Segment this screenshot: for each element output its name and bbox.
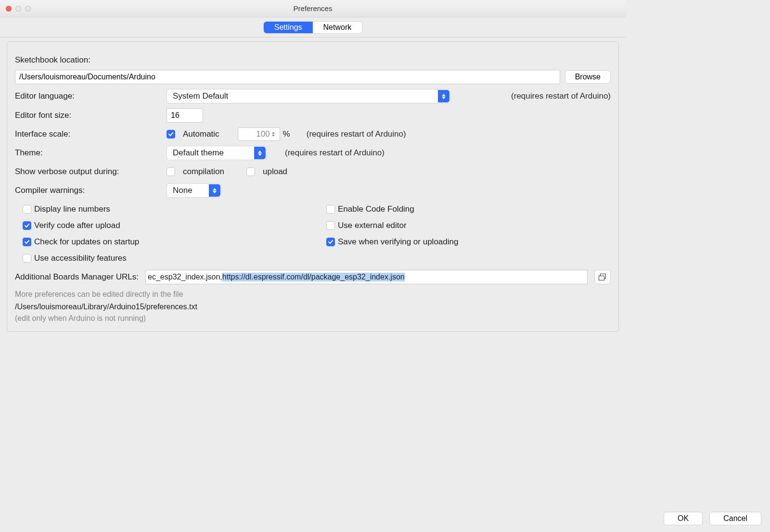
tab-row: Settings Network <box>0 17 626 38</box>
automatic-checkbox[interactable] <box>167 130 175 139</box>
scale-value: 100 <box>256 129 270 139</box>
compilation-checkbox[interactable] <box>167 167 175 176</box>
display-line-numbers-checkbox[interactable] <box>23 205 31 214</box>
scale-hint: (requires restart of Arduino) <box>307 129 406 139</box>
zoom-icon[interactable] <box>25 6 31 12</box>
scale-spinner[interactable]: 100 <box>238 127 280 141</box>
use-external-editor-checkbox[interactable] <box>326 221 335 230</box>
enable-code-folding-label: Enable Code Folding <box>338 204 414 214</box>
font-size-label: Editor font size: <box>15 111 162 120</box>
theme-value: Default theme <box>173 148 224 158</box>
editor-language-select[interactable]: System Default <box>167 89 450 103</box>
footer-note2: (edit only when Arduino is not running) <box>15 314 611 323</box>
editor-language-hint: (requires restart of Arduino) <box>511 91 611 101</box>
boards-urls-input[interactable]: ec_esp32_index.json, https://dl.espressi… <box>145 270 588 284</box>
editor-language-label: Editor language: <box>15 91 162 101</box>
compiler-warnings-label: Compiler warnings: <box>15 186 162 195</box>
expand-urls-button[interactable] <box>594 270 611 284</box>
boards-urls-label: Additional Boards Manager URLs: <box>15 272 139 282</box>
verify-after-upload-checkbox[interactable] <box>23 221 31 230</box>
save-when-verifying-checkbox[interactable] <box>326 238 335 246</box>
upload-checkbox[interactable] <box>246 167 255 176</box>
browse-button[interactable]: Browse <box>565 70 611 84</box>
use-external-editor-label: Use external editor <box>338 221 407 230</box>
save-when-verifying-label: Save when verifying or uploading <box>338 237 458 247</box>
chevron-up-down-icon <box>438 90 449 102</box>
footer-note: More preferences can be edited directly … <box>15 290 611 299</box>
titlebar: Preferences <box>0 0 626 17</box>
verify-after-upload-label: Verify code after upload <box>34 221 120 230</box>
check-updates-label: Check for updates on startup <box>34 237 139 247</box>
footer-path[interactable]: /Users/louismoreau/Library/Arduino15/pre… <box>15 303 611 311</box>
spinner-arrows-icon <box>272 129 279 139</box>
font-size-input[interactable] <box>167 108 203 123</box>
chevron-up-down-icon <box>209 184 220 197</box>
options-grid: Display line numbers Enable Code Folding… <box>23 204 611 263</box>
sketchbook-label: Sketchbook location: <box>15 55 90 65</box>
compiler-warnings-select[interactable]: None <box>167 183 221 198</box>
upload-label: upload <box>263 167 287 177</box>
interface-scale-label: Interface scale: <box>15 129 162 139</box>
sketchbook-path-input[interactable] <box>15 70 560 84</box>
use-accessibility-label: Use accessibility features <box>34 253 127 263</box>
theme-select[interactable]: Default theme <box>167 146 267 160</box>
tabs-segmented: Settings Network <box>264 22 362 33</box>
window-controls <box>0 6 31 12</box>
automatic-label: Automatic <box>183 129 219 139</box>
compilation-label: compilation <box>183 167 224 177</box>
chevron-up-down-icon <box>254 147 266 159</box>
enable-code-folding-checkbox[interactable] <box>326 205 335 214</box>
window-stack-icon <box>599 274 606 280</box>
tab-network[interactable]: Network <box>313 22 362 33</box>
window-title: Preferences <box>0 4 626 13</box>
settings-panel: Sketchbook location: Browse Editor langu… <box>7 41 619 332</box>
compiler-warnings-value: None <box>173 186 192 195</box>
theme-hint: (requires restart of Arduino) <box>285 148 385 158</box>
boards-urls-prefix: ec_esp32_index.json, <box>148 273 222 281</box>
close-icon[interactable] <box>6 6 12 12</box>
theme-label: Theme: <box>15 148 162 158</box>
editor-language-value: System Default <box>173 91 228 101</box>
use-accessibility-checkbox[interactable] <box>23 254 31 263</box>
check-updates-checkbox[interactable] <box>23 238 31 246</box>
percent-label: % <box>283 129 290 139</box>
display-line-numbers-label: Display line numbers <box>34 204 110 214</box>
verbose-label: Show verbose output during: <box>15 167 162 177</box>
minimize-icon[interactable] <box>15 6 21 12</box>
tab-settings[interactable]: Settings <box>264 22 313 33</box>
boards-urls-selected: https://dl.espressif.com/dl/package_esp3… <box>222 273 405 281</box>
